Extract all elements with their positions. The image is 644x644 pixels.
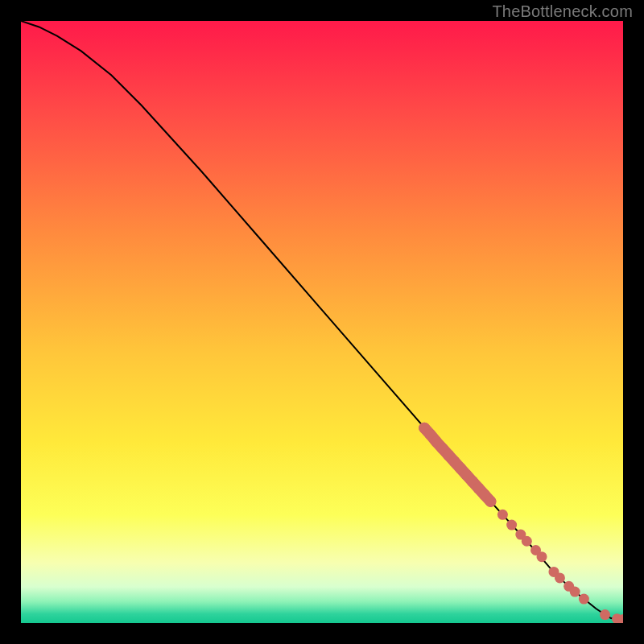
data-marker	[485, 496, 496, 507]
data-marker	[497, 510, 508, 520]
data-marker	[522, 536, 532, 547]
data-marker	[579, 594, 589, 605]
attribution-text: TheBottleneck.com	[492, 2, 633, 21]
data-marker	[555, 572, 565, 583]
chart-container: TheBottleneck.com	[0, 0, 644, 644]
data-marker	[600, 609, 610, 620]
data-marker	[506, 520, 517, 530]
chart-svg	[21, 21, 623, 623]
heat-background	[21, 21, 623, 623]
data-marker	[537, 551, 547, 562]
plot-area	[21, 21, 623, 623]
data-marker	[570, 587, 580, 597]
